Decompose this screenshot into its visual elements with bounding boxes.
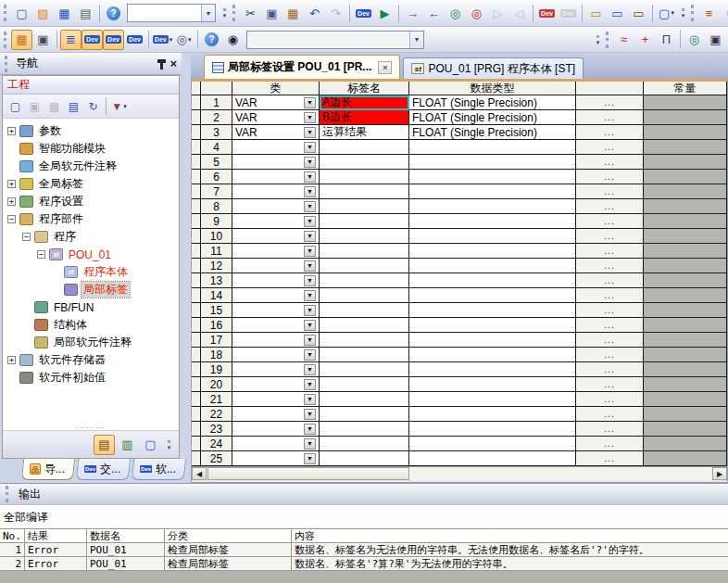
- device-display-icon[interactable]: Dev▾: [152, 30, 173, 50]
- data-type-cell[interactable]: [409, 273, 576, 288]
- class-cell[interactable]: ▼: [232, 392, 320, 407]
- snapshot-icon[interactable]: ▣: [705, 30, 726, 50]
- class-cell[interactable]: ▼: [232, 437, 320, 451]
- row-gutter[interactable]: [192, 170, 201, 184]
- row-number[interactable]: 10: [201, 229, 232, 244]
- class-cell[interactable]: ▼: [232, 348, 320, 362]
- project-view-icon[interactable]: ▤: [94, 435, 115, 455]
- copy-data-icon[interactable]: ▣: [25, 97, 44, 116]
- toolbar-overflow-icon[interactable]: »▾: [677, 7, 689, 19]
- sort-filter-icon[interactable]: ▼▾: [109, 97, 129, 116]
- data-type-cell[interactable]: FLOAT (Single Precision): [409, 125, 576, 140]
- detail-button[interactable]: ...: [576, 303, 644, 318]
- row-gutter[interactable]: [192, 437, 201, 451]
- row-gutter[interactable]: [192, 229, 201, 244]
- data-type-cell[interactable]: [409, 244, 576, 259]
- data-type-cell[interactable]: [409, 170, 576, 184]
- undo-icon[interactable]: ↶: [304, 3, 325, 23]
- label-name-cell[interactable]: [320, 318, 409, 333]
- row-gutter[interactable]: [192, 155, 201, 170]
- data-type-cell[interactable]: [409, 214, 576, 229]
- class-cell[interactable]: ▼: [232, 273, 320, 288]
- chevron-down-icon[interactable]: ▼: [201, 5, 215, 21]
- delete-row-icon[interactable]: ≡: [720, 3, 728, 23]
- navigation-window-icon[interactable]: ▦: [11, 30, 32, 50]
- detail-button[interactable]: ...: [576, 110, 644, 125]
- detail-button[interactable]: ...: [576, 437, 644, 451]
- data-type-cell[interactable]: [409, 303, 576, 318]
- data-type-cell[interactable]: [409, 333, 576, 348]
- chevron-down-icon[interactable]: ▼: [304, 112, 316, 123]
- detail-button[interactable]: ...: [576, 170, 644, 184]
- row-gutter[interactable]: [192, 125, 201, 140]
- class-cell[interactable]: VAR▼: [232, 125, 320, 140]
- row-gutter[interactable]: [192, 407, 201, 422]
- detail-button[interactable]: ...: [576, 140, 644, 155]
- tree-item-[interactable]: +全局标签: [7, 175, 179, 193]
- pin-icon[interactable]: [157, 59, 166, 70]
- label-name-cell[interactable]: [320, 244, 409, 259]
- row-number[interactable]: 6: [201, 170, 232, 184]
- chevron-down-icon[interactable]: ▼: [304, 216, 316, 227]
- expand-icon[interactable]: +: [7, 127, 16, 135]
- row-number[interactable]: 4: [201, 140, 232, 155]
- collapse-icon[interactable]: −: [22, 233, 31, 241]
- device-find-dev-icon[interactable]: Dev: [353, 3, 374, 23]
- class-cell[interactable]: ▼: [232, 214, 320, 229]
- close-icon[interactable]: ×: [169, 58, 177, 70]
- timing-chart-icon[interactable]: Π: [656, 30, 677, 50]
- monitor-status-icon[interactable]: ▢▾: [656, 3, 677, 23]
- row-number[interactable]: 12: [201, 259, 232, 273]
- label-name-cell[interactable]: [320, 199, 409, 214]
- chevron-down-icon[interactable]: ▼: [304, 379, 316, 390]
- row-gutter[interactable]: [192, 95, 201, 110]
- tree-item-[interactable]: +参数: [7, 122, 179, 140]
- detail-button[interactable]: ...: [576, 199, 644, 214]
- row-gutter[interactable]: [192, 303, 201, 318]
- label-name-cell[interactable]: 运算结果: [320, 125, 409, 140]
- chevron-down-icon[interactable]: ▼: [304, 335, 316, 346]
- label-name-cell[interactable]: B边长: [320, 110, 409, 125]
- data-type-cell[interactable]: [409, 437, 576, 451]
- row-gutter[interactable]: [192, 318, 201, 333]
- print-icon[interactable]: ▤: [75, 3, 96, 23]
- device-watch-1-icon[interactable]: Dev: [82, 30, 103, 50]
- data-type-cell[interactable]: [409, 392, 576, 407]
- chevron-down-icon[interactable]: ▼: [304, 424, 316, 435]
- module-configuration-icon[interactable]: ▣: [32, 30, 54, 50]
- label-name-cell[interactable]: [320, 362, 409, 377]
- collapse-icon[interactable]: −: [7, 215, 16, 223]
- chevron-down-icon[interactable]: ▼: [304, 320, 316, 331]
- class-cell[interactable]: ▼: [232, 318, 320, 333]
- device-batch-icon[interactable]: Dev: [124, 30, 145, 50]
- device-watch-2-icon[interactable]: Dev: [103, 30, 124, 50]
- monitor-write-icon[interactable]: ◎: [466, 3, 487, 23]
- data-type-cell[interactable]: [409, 422, 576, 437]
- detail-button[interactable]: ...: [576, 392, 644, 407]
- label-name-cell[interactable]: [320, 214, 409, 229]
- row-gutter[interactable]: [192, 273, 201, 288]
- chevron-down-icon[interactable]: ▼: [304, 364, 316, 375]
- new-data-icon[interactable]: ▢: [6, 97, 25, 116]
- label-name-cell[interactable]: [320, 392, 409, 407]
- row-number[interactable]: 3: [201, 125, 232, 140]
- verify-with-plc-icon[interactable]: ◎: [445, 3, 466, 23]
- new-project-icon[interactable]: ▢: [11, 3, 32, 23]
- data-type-cell[interactable]: [409, 362, 576, 377]
- chevron-down-icon[interactable]: ▼: [304, 142, 316, 153]
- detail-button[interactable]: ...: [576, 348, 644, 362]
- tree-item-pou_01[interactable]: −stPOU_01: [7, 246, 179, 263]
- detail-button[interactable]: ...: [576, 288, 644, 303]
- detail-button[interactable]: ...: [576, 407, 644, 422]
- chevron-down-icon[interactable]: ▼: [304, 201, 316, 212]
- document-tab[interactable]: stPOU_01 [PRG] 程序本体 [ST]: [403, 57, 584, 79]
- chevron-down-icon[interactable]: ▼: [304, 127, 316, 138]
- chevron-down-icon[interactable]: ▼: [304, 186, 316, 197]
- label-name-cell[interactable]: [320, 229, 409, 244]
- class-cell[interactable]: ▼: [232, 199, 320, 214]
- chevron-down-icon[interactable]: ▼: [304, 260, 316, 272]
- output-row[interactable]: 1ErrorPOU_01检查局部标签数据名、标签名为无法使用的字符串。无法使用数…: [0, 543, 728, 557]
- detail-button[interactable]: ...: [576, 273, 644, 288]
- detail-button[interactable]: ...: [576, 244, 644, 259]
- write-to-plc-icon[interactable]: →: [402, 3, 423, 23]
